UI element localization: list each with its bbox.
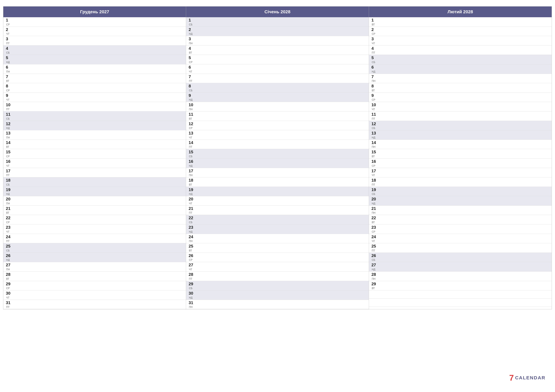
day-number: 6 [6, 65, 12, 70]
day-row: 11ВТ [186, 111, 369, 121]
day-cell: 5НД [6, 56, 12, 64]
day-number: 1 [372, 18, 378, 22]
day-cell: 28ПТ [189, 272, 195, 280]
day-cell: 10ПН [189, 103, 195, 111]
day-cell: 15СБ [189, 150, 195, 158]
day-cell: 3ПТ [6, 37, 12, 45]
day-cell: 19НД [189, 187, 195, 196]
day-number: 5 [189, 56, 195, 60]
empty-day [369, 299, 552, 307]
day-number: 20 [372, 197, 378, 201]
day-name: НД [189, 193, 195, 195]
day-row: 9НД [186, 93, 369, 102]
day-number: 17 [189, 169, 195, 173]
day-row: 18СБ [3, 177, 186, 187]
day-number: 31 [189, 300, 195, 305]
day-number: 16 [372, 159, 378, 164]
day-name: СБ [6, 249, 12, 252]
day-cell: 26НД [6, 253, 12, 261]
day-number: 4 [6, 46, 12, 51]
day-number: 1 [189, 18, 195, 22]
day-number: 1 [6, 18, 12, 22]
day-row: 9СР [369, 93, 552, 102]
day-cell: 16ЧТ [6, 159, 12, 167]
day-name: НД [189, 297, 195, 299]
day-number: 2 [189, 27, 195, 32]
day-number: 11 [189, 112, 195, 117]
day-row: 23НД [186, 224, 369, 234]
day-name: ЧТ [189, 202, 195, 205]
day-cell: 28ПН [372, 272, 378, 280]
day-name: СР [6, 155, 12, 158]
day-number: 15 [6, 150, 12, 154]
day-row: 25ПТ [369, 243, 552, 253]
day-cell: 25ПТ [372, 244, 378, 252]
day-cell: 24ЧТ [372, 235, 378, 243]
day-name: ПН [372, 212, 378, 214]
day-name: ПН [372, 80, 378, 82]
day-row: 31ПТ [3, 300, 186, 309]
day-cell: 23НД [189, 225, 195, 233]
month-header-0: Грудень 2027 [3, 7, 186, 17]
day-number: 21 [6, 206, 12, 211]
day-cell: 14ВТ [6, 140, 12, 149]
day-row: 22ВТ [369, 215, 552, 224]
day-name: НД [6, 61, 12, 64]
day-cell: 19НД [6, 187, 12, 196]
day-cell: 23СР [372, 225, 378, 233]
day-row: 10ПТ [3, 102, 186, 111]
day-row: 26СБ [369, 253, 552, 262]
day-cell: 11ВТ [189, 112, 195, 120]
day-row: 29ВТ [369, 281, 552, 291]
day-name: СБ [6, 184, 12, 186]
day-name: НД [189, 33, 195, 35]
day-name: ЧТ [189, 71, 195, 73]
day-number: 13 [372, 131, 378, 135]
empty-day [369, 290, 552, 299]
day-number: 8 [189, 84, 195, 88]
day-name: ПТ [372, 118, 378, 120]
day-cell: 13ПН [6, 131, 12, 139]
day-cell: 1ВТ [372, 18, 378, 26]
day-name: ПН [372, 278, 378, 280]
day-name: ВТ [372, 221, 378, 224]
day-cell: 21ВТ [6, 206, 12, 214]
day-name: ВТ [189, 184, 195, 186]
day-cell: 16НД [189, 159, 195, 167]
day-cell: 23ЧТ [6, 225, 12, 233]
day-row: 20ЧТ [186, 196, 369, 206]
day-name: ПН [189, 42, 195, 45]
day-cell: 8СБ [189, 84, 195, 92]
day-cell: 22ВТ [372, 216, 378, 224]
day-number: 3 [6, 37, 12, 41]
day-name: ПТ [372, 184, 378, 186]
day-number: 14 [189, 140, 195, 145]
day-row: 13НД [369, 130, 552, 140]
day-row: 6ЧТ [186, 64, 369, 74]
day-row: 28ПН [369, 271, 552, 281]
day-cell: 5СР [189, 56, 195, 64]
day-row: 5СБ [369, 55, 552, 64]
day-cell: 24ПН [189, 235, 195, 243]
day-number: 10 [372, 103, 378, 107]
day-number: 2 [6, 27, 12, 32]
day-name: НД [6, 259, 12, 261]
day-number: 29 [189, 282, 195, 286]
day-cell: 14ПТ [189, 140, 195, 149]
day-row: 5СР [186, 55, 369, 64]
day-row: 21ПН [369, 206, 552, 215]
day-number: 24 [6, 235, 12, 239]
day-cell: 18ПТ [372, 178, 378, 186]
day-name: СР [372, 33, 378, 35]
day-cell: 12СБ [372, 121, 378, 130]
day-name: ПТ [6, 108, 12, 111]
day-name: ПТ [6, 240, 12, 242]
day-cell: 8ВТ [372, 84, 378, 92]
day-number: 15 [372, 150, 378, 154]
day-row: 22СР [3, 215, 186, 224]
days-grid: 1СР2ЧТ3ПТ4СБ5НД6ПН7ВТ8СР9ЧТ10ПТ11СБ12НД1… [3, 17, 552, 309]
day-cell: 6ПН [6, 65, 12, 73]
day-name: ЧТ [189, 268, 195, 271]
day-row: 21ПТ [186, 206, 369, 215]
day-name: ЧТ [372, 42, 378, 45]
